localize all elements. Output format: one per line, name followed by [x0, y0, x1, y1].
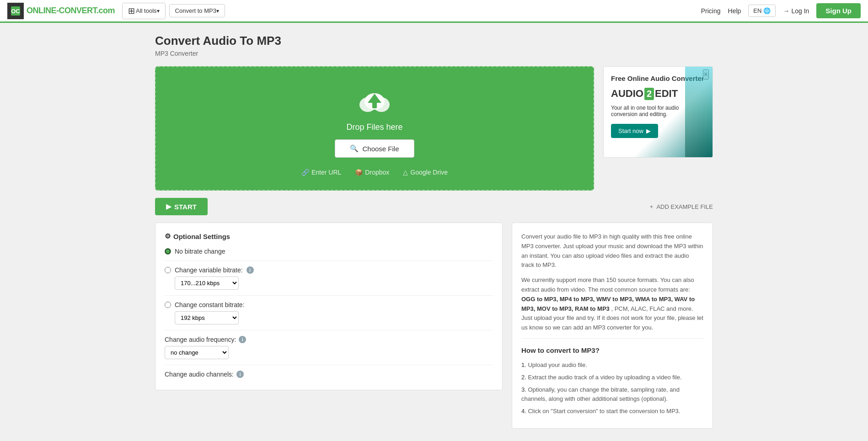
help-link[interactable]: Help: [728, 7, 741, 15]
logo-icon: OC: [7, 3, 24, 19]
radio-variable[interactable]: [165, 267, 171, 273]
divider-1: [165, 260, 493, 261]
dropbox-icon: 📦: [355, 169, 363, 176]
info-description-2: We currently support more than 150 sourc…: [521, 276, 703, 333]
radio-constant[interactable]: [165, 302, 171, 308]
ad-start-label: Start now: [618, 128, 643, 134]
actions-row: ▶ START ＋ ADD EXAMPLE FILE: [155, 198, 713, 215]
login-button[interactable]: → Log In: [783, 7, 809, 15]
ad-logo-num: 2: [644, 88, 654, 100]
link-icon: 🔗: [301, 169, 309, 176]
channels-info-icon[interactable]: i: [236, 371, 244, 378]
svg-text:OC: OC: [11, 8, 20, 15]
radio-constant-text: Change constant bitrate:: [175, 301, 245, 308]
cloud-upload-svg: [356, 85, 393, 117]
how-to-step-1: Upload your audio file.: [521, 361, 703, 370]
bitrate-no-change-group: No bitrate change: [165, 248, 493, 255]
main-container: Convert Audio To MP3 MP3 Converter Drop …: [146, 23, 722, 440]
page-title: Convert Audio To MP3: [155, 34, 713, 48]
info-description-1: Convert your audio file to MP3 in high q…: [521, 232, 703, 270]
radio-no-change-text: No bitrate change: [175, 248, 225, 255]
upload-section: Drop Files here 🔍 Choose File 🔗 Enter UR…: [155, 66, 594, 191]
ad-logo-part1: AUDIO: [611, 88, 643, 100]
google-drive-label: Google Drive: [410, 169, 448, 176]
chevron-down-icon-2: ▾: [216, 8, 219, 14]
nav-right: Pricing Help EN 🌐 → Log In Sign Up: [701, 3, 861, 18]
divider-4: [165, 365, 493, 365]
divider-2: [165, 295, 493, 296]
all-tools-label: All tools: [136, 7, 157, 14]
chevron-down-icon: ▾: [157, 8, 160, 14]
start-label: START: [174, 203, 197, 211]
how-to-step-3: Optionally, you can change the bitrate, …: [521, 385, 703, 404]
google-drive-icon: △: [403, 169, 408, 176]
enter-url-label: Enter URL: [311, 169, 341, 176]
settings-title: ⚙ Optional Settings: [165, 232, 493, 240]
navbar: OC ONLINE-CONVERT.com ⊞ All tools ▾ Conv…: [0, 0, 868, 23]
logo-main: ONLINE-CONVERT: [27, 6, 96, 15]
grid-icon: ⊞: [128, 6, 135, 16]
enter-url-link[interactable]: 🔗 Enter URL: [301, 169, 341, 176]
radio-variable-label[interactable]: Change variable bitrate: i: [165, 266, 493, 274]
convert-to-mp3-label: Convert to MP3: [175, 7, 216, 14]
chevron-right-icon: ▶: [646, 128, 651, 134]
channels-label-text: Change audio channels:: [165, 371, 234, 378]
info-panel: Convert your audio file to MP3 in high q…: [512, 223, 713, 429]
dropbox-label: Dropbox: [365, 169, 389, 176]
choose-file-label: Choose File: [362, 145, 399, 153]
ad-decoration: [685, 67, 713, 157]
frequency-label-text: Change audio frequency:: [165, 336, 236, 343]
language-button[interactable]: EN 🌐: [748, 5, 776, 17]
bottom-row: ⚙ Optional Settings No bitrate change Ch…: [155, 223, 713, 429]
info-desc2-text: We currently support more than 150 sourc…: [521, 276, 694, 293]
google-drive-link[interactable]: △ Google Drive: [403, 169, 448, 176]
page-subtitle: MP3 Converter: [155, 50, 713, 57]
gear-icon: ⚙: [165, 232, 171, 240]
settings-title-text: Optional Settings: [173, 233, 230, 240]
radio-constant-label[interactable]: Change constant bitrate:: [165, 301, 493, 308]
logo-com: .com: [96, 6, 115, 15]
radio-variable-text: Change variable bitrate:: [175, 266, 243, 274]
lang-label: EN: [753, 7, 761, 14]
logo: OC ONLINE-CONVERT.com: [7, 3, 115, 19]
frequency-info-icon[interactable]: i: [239, 336, 246, 343]
bitrate-variable-group: Change variable bitrate: i 170...210 kbp…: [165, 266, 493, 290]
radio-no-change[interactable]: [165, 248, 171, 255]
ad-logo-part2: EDIT: [655, 88, 678, 100]
chevron-right-icon-start: ▶: [166, 202, 171, 211]
frequency-label: Change audio frequency: i: [165, 336, 493, 343]
all-tools-button[interactable]: ⊞ All tools ▾: [122, 3, 166, 19]
start-button[interactable]: ▶ START: [155, 198, 208, 215]
add-example-button[interactable]: ＋ ADD EXAMPLE FILE: [648, 202, 713, 211]
divider-3: [165, 330, 493, 330]
channels-label: Change audio channels: i: [165, 371, 493, 378]
constant-bitrate-select[interactable]: 192 kbps 32 kbps 40 kbps 48 kbps 64 kbps…: [175, 311, 239, 324]
variable-bitrate-select[interactable]: 170...210 kbps 64...85 kbps 80...96 kbps…: [175, 276, 239, 290]
how-to-step-4: Click on "Start conversion" to start the…: [521, 407, 703, 416]
search-icon: 🔍: [350, 144, 359, 153]
upload-box[interactable]: Drop Files here 🔍 Choose File 🔗 Enter UR…: [155, 66, 594, 191]
logo-svg: OC: [10, 5, 21, 16]
pricing-link[interactable]: Pricing: [701, 7, 721, 15]
how-to-title: How to convert to MP3?: [521, 338, 703, 356]
radio-no-change-label[interactable]: No bitrate change: [165, 248, 493, 255]
signup-button[interactable]: Sign Up: [816, 3, 861, 18]
bitrate-constant-group: Change constant bitrate: 192 kbps 32 kbp…: [165, 301, 493, 324]
logo-text: ONLINE-CONVERT.com: [27, 6, 115, 16]
arrow-right-icon: →: [783, 7, 789, 15]
drop-files-text: Drop Files here: [346, 122, 402, 132]
plus-icon: ＋: [648, 202, 654, 211]
choose-file-button[interactable]: 🔍 Choose File: [335, 139, 414, 158]
variable-info-icon[interactable]: i: [246, 266, 254, 274]
ad-box: × Free Online Audio Converter AUDIO 2 ED…: [603, 66, 713, 158]
convert-to-mp3-button[interactable]: Convert to MP3 ▾: [169, 4, 225, 17]
top-content-row: Drop Files here 🔍 Choose File 🔗 Enter UR…: [155, 66, 713, 191]
upload-links: 🔗 Enter URL 📦 Dropbox △ Google Drive: [301, 169, 448, 176]
globe-icon: 🌐: [763, 7, 771, 14]
frequency-select[interactable]: no change 8000 Hz 11025 Hz 22050 Hz 4410…: [165, 346, 229, 359]
login-label: Log In: [791, 7, 809, 15]
ad-start-button[interactable]: Start now ▶: [611, 124, 658, 138]
how-to-list: Upload your audio file. Extract the audi…: [521, 361, 703, 416]
settings-panel: ⚙ Optional Settings No bitrate change Ch…: [155, 223, 503, 390]
dropbox-link[interactable]: 📦 Dropbox: [355, 169, 389, 176]
